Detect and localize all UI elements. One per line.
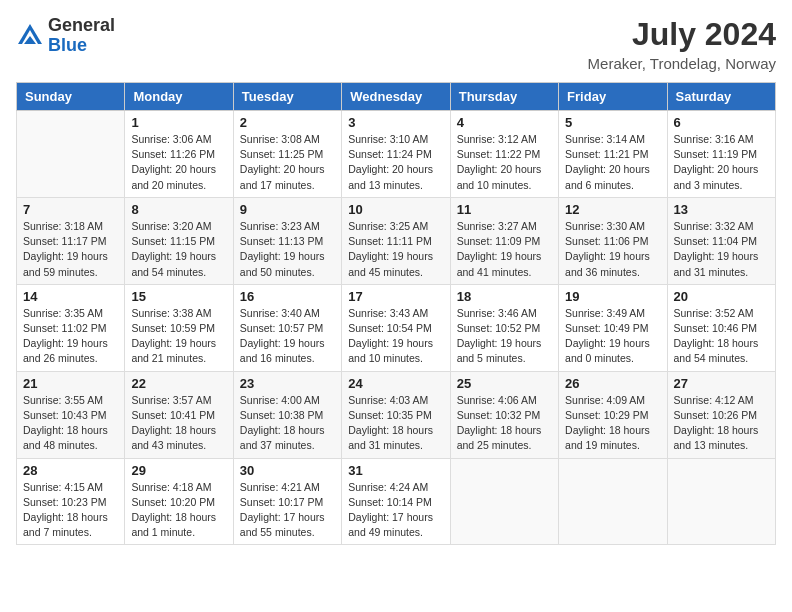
day-cell: 9Sunrise: 3:23 AM Sunset: 11:13 PM Dayli… [233,197,341,284]
day-number: 14 [23,289,118,304]
day-cell: 15Sunrise: 3:38 AM Sunset: 10:59 PM Dayl… [125,284,233,371]
day-cell: 17Sunrise: 3:43 AM Sunset: 10:54 PM Dayl… [342,284,450,371]
day-number: 22 [131,376,226,391]
page-header: General Blue July 2024 Meraker, Trondela… [16,16,776,72]
day-info: Sunrise: 3:08 AM Sunset: 11:25 PM Daylig… [240,132,335,193]
logo-text: General Blue [48,16,115,56]
day-number: 26 [565,376,660,391]
week-row-3: 14Sunrise: 3:35 AM Sunset: 11:02 PM Dayl… [17,284,776,371]
day-cell: 31Sunrise: 4:24 AM Sunset: 10:14 PM Dayl… [342,458,450,545]
day-info: Sunrise: 3:32 AM Sunset: 11:04 PM Daylig… [674,219,769,280]
day-cell: 22Sunrise: 3:57 AM Sunset: 10:41 PM Dayl… [125,371,233,458]
week-row-4: 21Sunrise: 3:55 AM Sunset: 10:43 PM Dayl… [17,371,776,458]
logo: General Blue [16,16,115,56]
day-number: 13 [674,202,769,217]
day-cell: 5Sunrise: 3:14 AM Sunset: 11:21 PM Dayli… [559,111,667,198]
day-cell: 3Sunrise: 3:10 AM Sunset: 11:24 PM Dayli… [342,111,450,198]
day-cell: 18Sunrise: 3:46 AM Sunset: 10:52 PM Dayl… [450,284,558,371]
day-number: 10 [348,202,443,217]
day-number: 2 [240,115,335,130]
day-cell: 6Sunrise: 3:16 AM Sunset: 11:19 PM Dayli… [667,111,775,198]
day-info: Sunrise: 3:52 AM Sunset: 10:46 PM Daylig… [674,306,769,367]
day-info: Sunrise: 3:06 AM Sunset: 11:26 PM Daylig… [131,132,226,193]
day-number: 20 [674,289,769,304]
day-number: 17 [348,289,443,304]
day-number: 27 [674,376,769,391]
day-number: 4 [457,115,552,130]
day-info: Sunrise: 3:43 AM Sunset: 10:54 PM Daylig… [348,306,443,367]
day-number: 6 [674,115,769,130]
day-number: 7 [23,202,118,217]
day-number: 30 [240,463,335,478]
day-cell: 27Sunrise: 4:12 AM Sunset: 10:26 PM Dayl… [667,371,775,458]
day-number: 25 [457,376,552,391]
day-number: 8 [131,202,226,217]
logo-blue: Blue [48,35,87,55]
day-cell: 28Sunrise: 4:15 AM Sunset: 10:23 PM Dayl… [17,458,125,545]
column-header-thursday: Thursday [450,83,558,111]
day-info: Sunrise: 4:24 AM Sunset: 10:14 PM Daylig… [348,480,443,541]
day-info: Sunrise: 4:12 AM Sunset: 10:26 PM Daylig… [674,393,769,454]
column-header-monday: Monday [125,83,233,111]
day-info: Sunrise: 4:03 AM Sunset: 10:35 PM Daylig… [348,393,443,454]
day-info: Sunrise: 3:12 AM Sunset: 11:22 PM Daylig… [457,132,552,193]
day-cell: 26Sunrise: 4:09 AM Sunset: 10:29 PM Dayl… [559,371,667,458]
day-cell: 23Sunrise: 4:00 AM Sunset: 10:38 PM Dayl… [233,371,341,458]
logo-general: General [48,15,115,35]
day-info: Sunrise: 4:09 AM Sunset: 10:29 PM Daylig… [565,393,660,454]
column-header-sunday: Sunday [17,83,125,111]
day-info: Sunrise: 3:40 AM Sunset: 10:57 PM Daylig… [240,306,335,367]
day-info: Sunrise: 3:57 AM Sunset: 10:41 PM Daylig… [131,393,226,454]
day-number: 24 [348,376,443,391]
day-number: 5 [565,115,660,130]
column-header-tuesday: Tuesday [233,83,341,111]
week-row-2: 7Sunrise: 3:18 AM Sunset: 11:17 PM Dayli… [17,197,776,284]
day-info: Sunrise: 4:18 AM Sunset: 10:20 PM Daylig… [131,480,226,541]
week-row-5: 28Sunrise: 4:15 AM Sunset: 10:23 PM Dayl… [17,458,776,545]
day-number: 29 [131,463,226,478]
day-info: Sunrise: 4:21 AM Sunset: 10:17 PM Daylig… [240,480,335,541]
day-number: 19 [565,289,660,304]
day-number: 15 [131,289,226,304]
day-number: 11 [457,202,552,217]
day-info: Sunrise: 3:30 AM Sunset: 11:06 PM Daylig… [565,219,660,280]
day-cell: 11Sunrise: 3:27 AM Sunset: 11:09 PM Dayl… [450,197,558,284]
day-number: 3 [348,115,443,130]
day-info: Sunrise: 3:25 AM Sunset: 11:11 PM Daylig… [348,219,443,280]
day-cell [667,458,775,545]
day-info: Sunrise: 3:23 AM Sunset: 11:13 PM Daylig… [240,219,335,280]
column-header-wednesday: Wednesday [342,83,450,111]
day-number: 9 [240,202,335,217]
day-cell: 13Sunrise: 3:32 AM Sunset: 11:04 PM Dayl… [667,197,775,284]
day-info: Sunrise: 3:16 AM Sunset: 11:19 PM Daylig… [674,132,769,193]
day-cell [559,458,667,545]
day-cell: 7Sunrise: 3:18 AM Sunset: 11:17 PM Dayli… [17,197,125,284]
day-number: 23 [240,376,335,391]
day-info: Sunrise: 4:06 AM Sunset: 10:32 PM Daylig… [457,393,552,454]
day-cell: 1Sunrise: 3:06 AM Sunset: 11:26 PM Dayli… [125,111,233,198]
day-info: Sunrise: 3:55 AM Sunset: 10:43 PM Daylig… [23,393,118,454]
title-block: July 2024 Meraker, Trondelag, Norway [588,16,776,72]
day-number: 28 [23,463,118,478]
day-number: 18 [457,289,552,304]
day-info: Sunrise: 3:49 AM Sunset: 10:49 PM Daylig… [565,306,660,367]
calendar-header-row: SundayMondayTuesdayWednesdayThursdayFrid… [17,83,776,111]
day-number: 31 [348,463,443,478]
day-info: Sunrise: 3:35 AM Sunset: 11:02 PM Daylig… [23,306,118,367]
day-cell: 20Sunrise: 3:52 AM Sunset: 10:46 PM Dayl… [667,284,775,371]
month-year: July 2024 [588,16,776,53]
logo-icon [16,22,44,50]
day-number: 1 [131,115,226,130]
day-cell: 29Sunrise: 4:18 AM Sunset: 10:20 PM Dayl… [125,458,233,545]
day-cell: 24Sunrise: 4:03 AM Sunset: 10:35 PM Dayl… [342,371,450,458]
day-number: 12 [565,202,660,217]
location: Meraker, Trondelag, Norway [588,55,776,72]
day-cell [450,458,558,545]
day-cell: 19Sunrise: 3:49 AM Sunset: 10:49 PM Dayl… [559,284,667,371]
calendar-table: SundayMondayTuesdayWednesdayThursdayFrid… [16,82,776,545]
column-header-friday: Friday [559,83,667,111]
day-info: Sunrise: 4:15 AM Sunset: 10:23 PM Daylig… [23,480,118,541]
day-number: 21 [23,376,118,391]
column-header-saturday: Saturday [667,83,775,111]
day-cell: 4Sunrise: 3:12 AM Sunset: 11:22 PM Dayli… [450,111,558,198]
